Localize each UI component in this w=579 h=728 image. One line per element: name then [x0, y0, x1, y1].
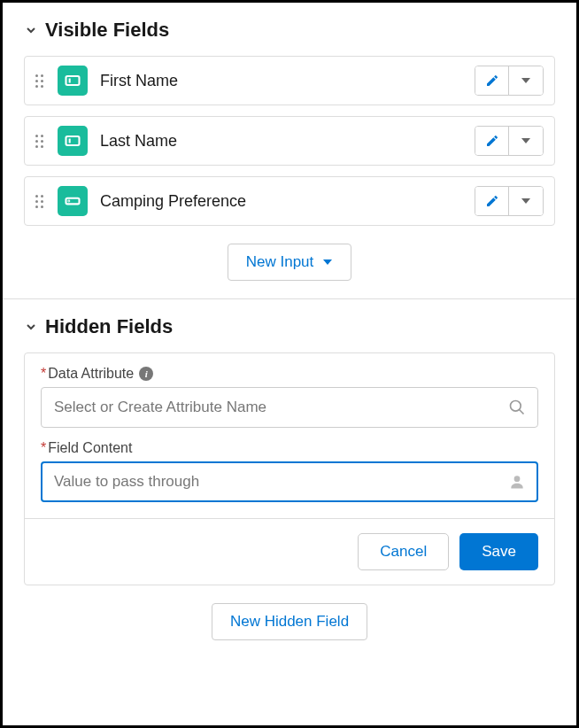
data-attribute-label: *Data Attribute i: [41, 366, 538, 382]
hidden-fields-header[interactable]: Hidden Fields: [24, 315, 555, 338]
edit-button[interactable]: [475, 66, 509, 95]
dropdown-button[interactable]: [509, 66, 543, 95]
svg-point-6: [511, 401, 521, 412]
text-field-icon: [58, 66, 88, 96]
cancel-button[interactable]: Cancel: [358, 533, 449, 570]
svg-line-7: [520, 410, 524, 414]
field-label: Last Name: [100, 132, 475, 151]
svg-point-8: [514, 476, 521, 482]
caret-down-icon: [521, 75, 531, 86]
field-label: First Name: [100, 72, 475, 90]
visible-fields-header[interactable]: Visible Fields: [24, 19, 555, 42]
save-button[interactable]: Save: [459, 533, 538, 570]
field-actions: [475, 186, 544, 216]
svg-point-5: [68, 201, 69, 202]
edit-button[interactable]: [475, 127, 509, 155]
data-attribute-input[interactable]: [41, 387, 538, 428]
chevron-down-icon: [24, 320, 38, 334]
caret-down-icon: [521, 136, 531, 146]
pencil-icon: [485, 134, 499, 148]
drag-handle-icon[interactable]: [35, 195, 43, 208]
field-row-first-name: First Name: [24, 56, 555, 105]
dropdown-button[interactable]: [509, 127, 543, 155]
drag-handle-icon[interactable]: [35, 74, 43, 88]
info-icon[interactable]: i: [139, 367, 153, 381]
field-actions: [475, 126, 544, 156]
chevron-down-icon: [24, 23, 38, 37]
field-label: Camping Preference: [100, 192, 475, 211]
new-hidden-field-button[interactable]: New Hidden Field: [212, 603, 367, 640]
visible-fields-list: First Name: [24, 56, 555, 226]
visible-fields-title: Visible Fields: [45, 19, 169, 42]
svg-rect-0: [66, 76, 80, 85]
field-row-last-name: Last Name: [24, 116, 555, 166]
svg-rect-2: [66, 136, 80, 145]
caret-down-icon: [322, 257, 333, 267]
field-content-input[interactable]: [41, 461, 538, 502]
new-hidden-field-label: New Hidden Field: [230, 613, 349, 631]
caret-down-icon: [521, 196, 531, 206]
field-content-label: *Field Content: [41, 440, 538, 456]
hidden-fields-title: Hidden Fields: [45, 315, 173, 338]
text-field-icon: [58, 126, 88, 156]
edit-button[interactable]: [475, 187, 509, 215]
select-field-icon: [58, 186, 88, 216]
person-icon[interactable]: [508, 473, 526, 491]
field-actions: [475, 66, 544, 96]
drag-handle-icon[interactable]: [35, 135, 43, 148]
new-input-button[interactable]: New Input: [228, 244, 352, 281]
search-icon: [508, 399, 526, 416]
field-row-camping-preference: Camping Preference: [24, 176, 555, 226]
hidden-field-form: *Data Attribute i *Field Content: [24, 352, 555, 585]
new-input-label: New Input: [246, 253, 314, 271]
pencil-icon: [485, 194, 499, 208]
dropdown-button[interactable]: [509, 187, 543, 215]
pencil-icon: [485, 74, 499, 88]
